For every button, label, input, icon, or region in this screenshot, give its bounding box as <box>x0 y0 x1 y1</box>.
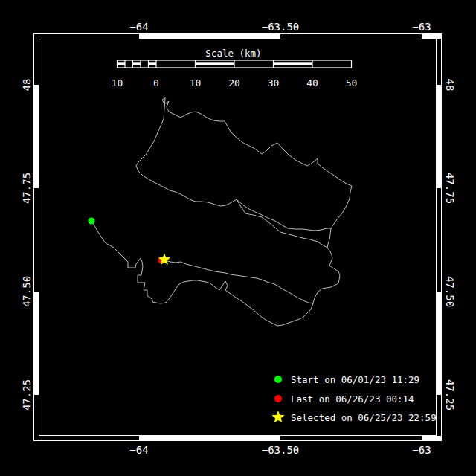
lon-tick-label-top: −64 <box>129 21 148 33</box>
border-fill-bottom <box>422 436 441 440</box>
border-fill-left <box>34 292 39 395</box>
border-fill-bottom <box>139 436 280 440</box>
lat-tick-label-right: 48 <box>444 79 456 91</box>
lat-tick-label-right: 47.25 <box>444 379 456 411</box>
scale-bar-stripe <box>274 62 313 65</box>
scale-bar-stripe <box>196 62 235 65</box>
border-fill-top <box>139 34 280 39</box>
map-background <box>0 0 476 476</box>
scale-bar-title: Scale (km) <box>205 48 261 59</box>
start-marker[interactable] <box>89 218 95 225</box>
scale-bar-stripe <box>133 62 141 65</box>
lat-tick-label-right: 47.50 <box>444 276 456 307</box>
lat-tick-label-left: 47.75 <box>21 173 33 204</box>
scale-bar-stripe <box>149 62 157 65</box>
lat-tick-label-left: 47.50 <box>21 276 33 307</box>
border-fill-top <box>422 34 441 39</box>
lon-tick-label-bottom: −64 <box>129 444 148 456</box>
track-map-window: −64−64−63.50−63.50−63−63484847.7547.7547… <box>0 0 476 476</box>
border-fill-left <box>34 85 39 188</box>
legend-row: Selected on 06/25/23 22:59 <box>271 411 436 423</box>
lon-tick-label-bottom: −63.50 <box>262 444 300 456</box>
legend-row: Start on 06/01/23 11:29 <box>274 374 419 385</box>
scale-bar-tick-label: 10 <box>190 77 202 89</box>
scale-bar-tick-label: 20 <box>228 77 240 89</box>
legend-last-icon <box>274 395 282 402</box>
legend-start-icon <box>274 376 282 383</box>
track-map-figure: −64−64−63.50−63.50−63−63484847.7547.7547… <box>0 0 476 476</box>
lon-tick-label-top: −63 <box>412 21 431 33</box>
scale-bar-stripe <box>118 62 126 65</box>
legend-label: Last on 06/26/23 00:14 <box>291 393 414 405</box>
lat-tick-label-left: 47.25 <box>21 379 33 411</box>
legend: Start on 06/01/23 11:29Last on 06/26/23 … <box>271 374 436 423</box>
scale-bar-tick-label: 30 <box>268 77 280 89</box>
lat-tick-label-left: 48 <box>21 79 33 91</box>
scale-bar-tick-label: 0 <box>153 77 159 89</box>
border-fill-right <box>437 292 441 395</box>
scale-bar-tick-label: 40 <box>306 77 318 89</box>
legend-row: Last on 06/26/23 00:14 <box>274 393 414 405</box>
scale-bar-tick-label: 10 <box>112 77 123 89</box>
legend-label: Start on 06/01/23 11:29 <box>291 374 419 385</box>
lat-tick-label-right: 47.75 <box>444 173 456 204</box>
lon-tick-label-top: −63.50 <box>262 21 300 33</box>
lon-tick-label-bottom: −63 <box>412 444 431 456</box>
border-fill-right <box>437 85 441 188</box>
scale-bar-tick-label: 50 <box>346 77 358 89</box>
legend-label: Selected on 06/25/23 22:59 <box>291 412 437 423</box>
